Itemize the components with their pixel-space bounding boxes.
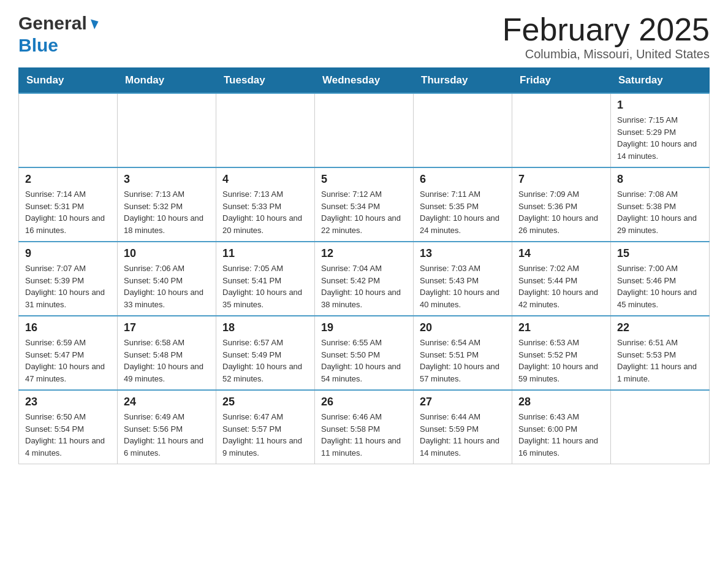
day-info: Sunrise: 7:11 AMSunset: 5:35 PMDaylight:… bbox=[420, 188, 506, 236]
calendar-day-cell: 14Sunrise: 7:02 AMSunset: 5:44 PMDayligh… bbox=[512, 242, 611, 316]
day-info: Sunrise: 7:03 AMSunset: 5:43 PMDaylight:… bbox=[420, 262, 506, 310]
day-number: 12 bbox=[321, 247, 407, 260]
calendar-day-cell: 26Sunrise: 6:46 AMSunset: 5:58 PMDayligh… bbox=[315, 390, 414, 464]
calendar-day-cell: 17Sunrise: 6:58 AMSunset: 5:48 PMDayligh… bbox=[118, 316, 216, 390]
day-number: 16 bbox=[25, 321, 111, 334]
weekday-header: Friday bbox=[512, 68, 611, 94]
day-number: 25 bbox=[222, 396, 308, 408]
day-number: 20 bbox=[420, 321, 506, 334]
day-number: 15 bbox=[617, 247, 703, 260]
day-info: Sunrise: 6:47 AMSunset: 5:57 PMDaylight:… bbox=[222, 411, 308, 459]
day-info: Sunrise: 7:07 AMSunset: 5:39 PMDaylight:… bbox=[25, 262, 111, 310]
calendar-week-row: 9Sunrise: 7:07 AMSunset: 5:39 PMDaylight… bbox=[19, 242, 710, 316]
day-number: 28 bbox=[518, 396, 604, 408]
calendar-day-cell bbox=[414, 93, 512, 167]
calendar-day-cell: 11Sunrise: 7:05 AMSunset: 5:41 PMDayligh… bbox=[216, 242, 315, 316]
day-info: Sunrise: 6:51 AMSunset: 5:53 PMDaylight:… bbox=[617, 337, 703, 385]
day-number: 19 bbox=[321, 321, 407, 334]
day-info: Sunrise: 7:12 AMSunset: 5:34 PMDaylight:… bbox=[321, 188, 407, 236]
calendar-week-row: 2Sunrise: 7:14 AMSunset: 5:31 PMDaylight… bbox=[19, 167, 710, 242]
weekday-header: Sunday bbox=[19, 68, 118, 94]
calendar-day-cell: 16Sunrise: 6:59 AMSunset: 5:47 PMDayligh… bbox=[19, 316, 118, 390]
calendar-day-cell: 28Sunrise: 6:43 AMSunset: 6:00 PMDayligh… bbox=[512, 390, 611, 464]
calendar-day-cell: 7Sunrise: 7:09 AMSunset: 5:36 PMDaylight… bbox=[512, 167, 611, 242]
weekday-header: Thursday bbox=[414, 68, 512, 94]
calendar-day-cell bbox=[512, 93, 611, 167]
day-info: Sunrise: 6:54 AMSunset: 5:51 PMDaylight:… bbox=[420, 337, 506, 385]
day-info: Sunrise: 6:43 AMSunset: 6:00 PMDaylight:… bbox=[518, 411, 604, 459]
calendar-day-cell: 20Sunrise: 6:54 AMSunset: 5:51 PMDayligh… bbox=[414, 316, 512, 390]
calendar-day-cell: 18Sunrise: 6:57 AMSunset: 5:49 PMDayligh… bbox=[216, 316, 315, 390]
day-info: Sunrise: 7:15 AMSunset: 5:29 PMDaylight:… bbox=[617, 114, 703, 162]
calendar-day-cell: 4Sunrise: 7:13 AMSunset: 5:33 PMDaylight… bbox=[216, 167, 315, 242]
day-number: 3 bbox=[124, 173, 210, 186]
day-info: Sunrise: 7:04 AMSunset: 5:42 PMDaylight:… bbox=[321, 262, 407, 310]
day-info: Sunrise: 6:59 AMSunset: 5:47 PMDaylight:… bbox=[25, 337, 111, 385]
calendar-day-cell: 25Sunrise: 6:47 AMSunset: 5:57 PMDayligh… bbox=[216, 390, 315, 464]
day-number: 22 bbox=[617, 321, 703, 334]
day-info: Sunrise: 7:14 AMSunset: 5:31 PMDaylight:… bbox=[25, 188, 111, 236]
day-number: 26 bbox=[321, 396, 407, 408]
calendar-day-cell: 5Sunrise: 7:12 AMSunset: 5:34 PMDaylight… bbox=[315, 167, 414, 242]
calendar-day-cell: 13Sunrise: 7:03 AMSunset: 5:43 PMDayligh… bbox=[414, 242, 512, 316]
day-info: Sunrise: 7:13 AMSunset: 5:32 PMDaylight:… bbox=[124, 188, 210, 236]
day-number: 24 bbox=[124, 396, 210, 408]
day-number: 8 bbox=[617, 173, 703, 186]
day-info: Sunrise: 7:02 AMSunset: 5:44 PMDaylight:… bbox=[518, 262, 604, 310]
day-info: Sunrise: 6:57 AMSunset: 5:49 PMDaylight:… bbox=[222, 337, 308, 385]
calendar-day-cell: 27Sunrise: 6:44 AMSunset: 5:59 PMDayligh… bbox=[414, 390, 512, 464]
calendar-day-cell: 23Sunrise: 6:50 AMSunset: 5:54 PMDayligh… bbox=[19, 390, 118, 464]
calendar-week-row: 16Sunrise: 6:59 AMSunset: 5:47 PMDayligh… bbox=[19, 316, 710, 390]
day-number: 14 bbox=[518, 247, 604, 260]
logo-general-line: General bbox=[18, 12, 97, 34]
day-number: 17 bbox=[124, 321, 210, 334]
day-number: 2 bbox=[25, 173, 111, 186]
day-number: 11 bbox=[222, 247, 308, 260]
calendar-day-cell: 22Sunrise: 6:51 AMSunset: 5:53 PMDayligh… bbox=[611, 316, 710, 390]
weekday-header: Monday bbox=[118, 68, 216, 94]
weekday-header: Saturday bbox=[611, 68, 710, 94]
calendar-day-cell bbox=[19, 93, 118, 167]
calendar-day-cell bbox=[118, 93, 216, 167]
day-info: Sunrise: 6:44 AMSunset: 5:59 PMDaylight:… bbox=[420, 411, 506, 459]
calendar-day-cell: 15Sunrise: 7:00 AMSunset: 5:46 PMDayligh… bbox=[611, 242, 710, 316]
calendar-table: SundayMondayTuesdayWednesdayThursdayFrid… bbox=[18, 67, 710, 464]
day-info: Sunrise: 6:58 AMSunset: 5:48 PMDaylight:… bbox=[124, 337, 210, 385]
day-number: 13 bbox=[420, 247, 506, 260]
calendar-day-cell: 1Sunrise: 7:15 AMSunset: 5:29 PMDaylight… bbox=[611, 93, 710, 167]
day-info: Sunrise: 7:09 AMSunset: 5:36 PMDaylight:… bbox=[518, 188, 604, 236]
day-info: Sunrise: 7:06 AMSunset: 5:40 PMDaylight:… bbox=[124, 262, 210, 310]
calendar-day-cell: 8Sunrise: 7:08 AMSunset: 5:38 PMDaylight… bbox=[611, 167, 710, 242]
page-header: General Blue February 2025 Columbia, Mis… bbox=[18, 12, 710, 61]
day-info: Sunrise: 6:49 AMSunset: 5:56 PMDaylight:… bbox=[124, 411, 210, 459]
day-number: 9 bbox=[25, 247, 111, 260]
day-number: 5 bbox=[321, 173, 407, 186]
day-info: Sunrise: 6:55 AMSunset: 5:50 PMDaylight:… bbox=[321, 337, 407, 385]
calendar-day-cell: 6Sunrise: 7:11 AMSunset: 5:35 PMDaylight… bbox=[414, 167, 512, 242]
calendar-day-cell: 9Sunrise: 7:07 AMSunset: 5:39 PMDaylight… bbox=[19, 242, 118, 316]
weekday-header: Tuesday bbox=[216, 68, 315, 94]
calendar-week-row: 23Sunrise: 6:50 AMSunset: 5:54 PMDayligh… bbox=[19, 390, 710, 464]
calendar-day-cell: 12Sunrise: 7:04 AMSunset: 5:42 PMDayligh… bbox=[315, 242, 414, 316]
day-info: Sunrise: 7:13 AMSunset: 5:33 PMDaylight:… bbox=[222, 188, 308, 236]
logo: General Blue bbox=[18, 12, 97, 56]
calendar-day-cell bbox=[216, 93, 315, 167]
day-info: Sunrise: 7:08 AMSunset: 5:38 PMDaylight:… bbox=[617, 188, 703, 236]
day-number: 7 bbox=[518, 173, 604, 186]
day-info: Sunrise: 7:05 AMSunset: 5:41 PMDaylight:… bbox=[222, 262, 308, 310]
day-number: 4 bbox=[222, 173, 308, 186]
calendar-day-cell: 21Sunrise: 6:53 AMSunset: 5:52 PMDayligh… bbox=[512, 316, 611, 390]
logo-blue-line: Blue bbox=[18, 34, 97, 56]
calendar-day-cell bbox=[611, 390, 710, 464]
calendar-header-row: SundayMondayTuesdayWednesdayThursdayFrid… bbox=[19, 68, 710, 94]
day-number: 27 bbox=[420, 396, 506, 408]
calendar-day-cell: 2Sunrise: 7:14 AMSunset: 5:31 PMDaylight… bbox=[19, 167, 118, 242]
day-info: Sunrise: 6:46 AMSunset: 5:58 PMDaylight:… bbox=[321, 411, 407, 459]
calendar-day-cell: 24Sunrise: 6:49 AMSunset: 5:56 PMDayligh… bbox=[118, 390, 216, 464]
weekday-header: Wednesday bbox=[315, 68, 414, 94]
calendar-day-cell: 19Sunrise: 6:55 AMSunset: 5:50 PMDayligh… bbox=[315, 316, 414, 390]
calendar-day-cell: 3Sunrise: 7:13 AMSunset: 5:32 PMDaylight… bbox=[118, 167, 216, 242]
calendar-day-cell bbox=[315, 93, 414, 167]
day-info: Sunrise: 6:53 AMSunset: 5:52 PMDaylight:… bbox=[518, 337, 604, 385]
day-info: Sunrise: 6:50 AMSunset: 5:54 PMDaylight:… bbox=[25, 411, 111, 459]
